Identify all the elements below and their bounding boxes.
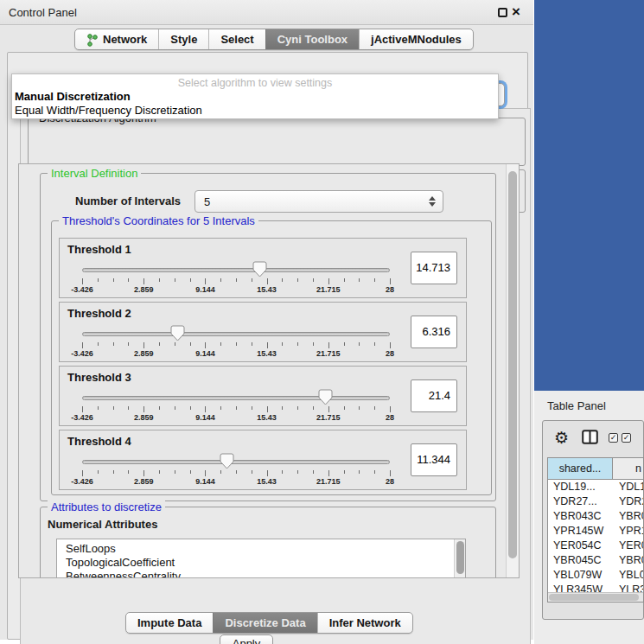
threshold-value-field[interactable]: 6.316 (411, 316, 457, 348)
threshold-row: Threshold 2-3.4262.8599.14415.4321.71528… (59, 302, 467, 362)
threshold-label: Threshold 2 (67, 307, 131, 320)
tick-mark (390, 470, 391, 476)
list-item[interactable]: TopologicalCoefficient (57, 556, 465, 570)
column-header-shared-name[interactable]: shared... (548, 458, 613, 479)
discretization-algorithm-group: Discretization Algorithm (28, 118, 526, 166)
tab-impute-data[interactable]: Impute Data (126, 613, 213, 633)
tick-label: 28 (386, 413, 394, 422)
slider-thumb[interactable] (170, 325, 185, 344)
checkbox-icon[interactable]: ✓ (622, 433, 631, 443)
tick-mark (159, 342, 160, 346)
tick-mark (297, 342, 298, 346)
tick-mark (359, 470, 360, 474)
table-row[interactable]: YDL19...YDL1 (548, 480, 643, 494)
threshold-row: Threshold 4-3.4262.8599.14415.4321.71528… (59, 430, 467, 490)
table-row[interactable]: YBR045CYBR0 (548, 553, 643, 568)
checkbox-icon[interactable]: ✓ (609, 433, 618, 443)
slider-track[interactable] (82, 396, 390, 400)
tick-mark (374, 342, 375, 346)
slider-thumb[interactable] (220, 453, 234, 472)
table-row[interactable]: YDR27...YDR2 (548, 494, 643, 509)
tick-mark (143, 470, 144, 476)
tick-label: -3.426 (71, 413, 93, 422)
popup-item-equal-width-frequency[interactable]: Equal Width/Frequency Discretization (12, 103, 498, 117)
cell-shared-name: YBL079W (548, 568, 613, 583)
threshold-value-field[interactable]: 21.4 (411, 379, 457, 412)
tick-mark (128, 406, 129, 410)
popup-item-manual-discretization[interactable]: Manual Discretization (12, 89, 498, 103)
tick-label: 28 (386, 349, 394, 358)
list-item[interactable]: BetweennessCentrality (57, 570, 465, 578)
tab-label: Select (220, 33, 253, 46)
cell-name: YDL1 (613, 480, 643, 494)
tab-network[interactable]: Network (75, 29, 158, 49)
float-window-icon[interactable] (498, 8, 507, 17)
tab-jactivemnodules[interactable]: jActiveMNodules (359, 29, 473, 49)
slider-thumb[interactable] (252, 261, 267, 280)
vertical-scrollbar[interactable] (506, 164, 519, 577)
tick-mark (190, 406, 191, 410)
threshold-value-field[interactable]: 11.344 (411, 443, 457, 476)
tick-label: 2.859 (134, 285, 154, 294)
tick-label: 9.144 (195, 413, 215, 422)
slider-thumb-icon (318, 389, 333, 405)
tab-style[interactable]: Style (158, 29, 208, 49)
tick-mark (220, 278, 221, 282)
close-icon[interactable]: × (512, 3, 520, 21)
tick-mark (267, 342, 268, 348)
slider-track[interactable] (82, 268, 390, 272)
thresholds-group-title: Threshold's Coordinates for 5 Intervals (59, 214, 258, 227)
cell-shared-name: YPR145W (548, 524, 613, 539)
tick-mark (98, 278, 99, 282)
cell-shared-name: YDL19... (548, 480, 613, 494)
tab-cyni-toolbox[interactable]: Cyni Toolbox (265, 29, 359, 49)
split-columns-icon[interactable] (582, 430, 598, 444)
gear-icon[interactable]: ⚙ (554, 428, 569, 448)
tab-discretize-data[interactable]: Discretize Data (213, 613, 316, 633)
tick-label: 28 (386, 285, 394, 294)
column-header-name[interactable]: n (613, 458, 643, 479)
threshold-row: Threshold 1-3.4262.8599.14415.4321.71528… (59, 238, 467, 298)
tick-mark (344, 470, 345, 474)
tick-mark (374, 470, 375, 474)
number-of-intervals-combobox[interactable]: 5 (194, 190, 443, 213)
apply-button[interactable]: Apply (220, 634, 273, 644)
table-header-row: shared... n (548, 458, 643, 480)
slider-thumb[interactable] (318, 389, 333, 408)
tick-mark (190, 342, 191, 346)
slider-thumb-icon (170, 325, 185, 341)
tick-mark (175, 278, 175, 282)
tab-infer-network[interactable]: Infer Network (317, 613, 412, 633)
table-row[interactable]: YER054CYER0 (548, 539, 643, 553)
table-row[interactable]: YPR145WYPR1 (548, 524, 643, 539)
cell-name: YBR0 (613, 553, 643, 568)
tab-select[interactable]: Select (208, 29, 265, 49)
tick-mark (313, 278, 314, 282)
tick-mark (220, 406, 221, 410)
table-row[interactable]: YBR043CYBR0 (548, 509, 643, 524)
horizontal-scrollbar[interactable] (548, 592, 643, 602)
list-item[interactable]: SelfLoops (57, 542, 465, 556)
tab-label: Discretize Data (225, 616, 305, 629)
threshold-value-field[interactable]: 14.713 (411, 252, 457, 284)
scrollbar-thumb[interactable] (508, 171, 517, 558)
slider-track[interactable] (82, 460, 390, 464)
slider-track[interactable] (82, 332, 390, 336)
algorithm-dropdown-popup: Select algorithm to view settings Manual… (11, 73, 499, 119)
tab-label: jActiveMNodules (371, 33, 462, 46)
cell-name: YBL0 (613, 568, 643, 583)
table-row[interactable]: YBL079WYBL0 (548, 568, 643, 583)
tick-label: -3.426 (71, 349, 93, 358)
tick-mark (113, 278, 114, 282)
attributes-list-scrollbar[interactable] (454, 539, 465, 578)
tick-mark (252, 342, 252, 346)
tick-label: 21.715 (316, 477, 341, 486)
numerical-attributes-list[interactable]: SelfLoopsTopologicalCoefficientBetweenne… (56, 539, 466, 578)
tick-mark (282, 342, 283, 346)
tick-label: 9.144 (195, 477, 215, 486)
tick-mark (252, 470, 252, 474)
settings-scroll-panel: Interval Definition Number of Intervals … (18, 163, 520, 578)
scrollbar-thumb[interactable] (456, 541, 464, 574)
scrollbar-thumb[interactable] (549, 594, 639, 601)
tick-mark (205, 470, 206, 476)
